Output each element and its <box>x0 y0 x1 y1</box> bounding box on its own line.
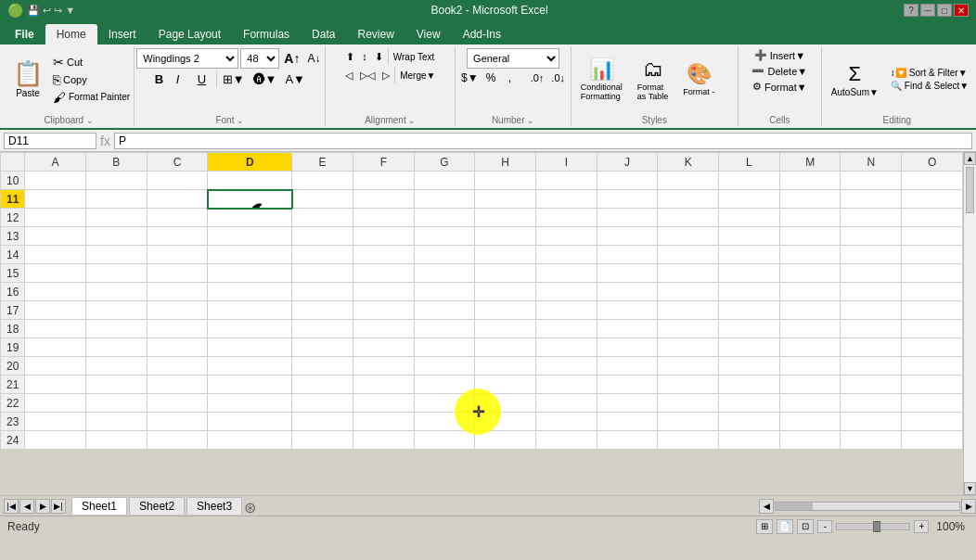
cell-L12[interactable] <box>719 209 780 227</box>
cell-J21[interactable] <box>597 375 658 394</box>
cell-C22[interactable] <box>147 394 208 413</box>
cell-L11[interactable] <box>719 190 780 209</box>
cell-M23[interactable] <box>779 413 841 431</box>
sheet-tab-sheet1[interactable]: Sheet1 <box>71 497 127 515</box>
cell-K21[interactable] <box>658 375 719 394</box>
cell-G14[interactable] <box>414 246 475 264</box>
tab-review[interactable]: Review <box>346 24 405 45</box>
cell-K18[interactable] <box>658 320 719 338</box>
minimize-button[interactable]: ─ <box>920 4 935 17</box>
col-header-k[interactable]: K <box>658 153 719 172</box>
col-header-n[interactable]: N <box>841 153 902 172</box>
cell-G18[interactable] <box>414 320 475 338</box>
cell-M24[interactable] <box>779 431 841 450</box>
cell-H11[interactable] <box>475 190 536 209</box>
cell-F13[interactable] <box>353 227 414 246</box>
cell-L20[interactable] <box>719 357 780 375</box>
format-painter-button[interactable]: 🖌Format Painter <box>50 89 133 106</box>
cell-F19[interactable] <box>353 338 414 357</box>
cell-M20[interactable] <box>779 357 841 375</box>
format-cells-button[interactable]: ⚙ Format▼ <box>750 80 810 94</box>
cell-M19[interactable] <box>779 338 841 357</box>
cell-O15[interactable] <box>902 264 963 283</box>
sheet-add-button[interactable]: ⊛ <box>244 499 259 514</box>
cell-E23[interactable] <box>292 413 353 431</box>
cell-O10[interactable] <box>902 172 963 190</box>
sheet-nav-last[interactable]: ▶| <box>51 499 66 514</box>
cell-E10[interactable] <box>292 172 353 190</box>
cell-D21[interactable] <box>208 375 292 394</box>
cell-M22[interactable] <box>779 394 841 413</box>
cell-A16[interactable] <box>25 283 86 301</box>
cell-D13[interactable] <box>208 227 292 246</box>
cell-F22[interactable] <box>353 394 414 413</box>
sheet-tab-sheet2[interactable]: Sheet2 <box>129 497 185 515</box>
col-header-m[interactable]: M <box>779 153 841 172</box>
shrink-font-button[interactable]: A↓ <box>304 51 323 66</box>
cell-D24[interactable] <box>208 431 292 450</box>
cell-M18[interactable] <box>779 320 841 338</box>
tab-formulas[interactable]: Formulas <box>232 24 301 45</box>
tab-addins[interactable]: Add-Ins <box>452 24 512 45</box>
close-button[interactable]: ✕ <box>954 4 969 17</box>
cell-L19[interactable] <box>719 338 780 357</box>
cell-I23[interactable] <box>536 413 597 431</box>
align-center-button[interactable]: ▷◁ <box>357 69 378 83</box>
cell-J16[interactable] <box>597 283 658 301</box>
cell-O19[interactable] <box>902 338 963 357</box>
cell-N22[interactable] <box>841 394 902 413</box>
cell-N21[interactable] <box>841 375 902 394</box>
cell-H17[interactable] <box>475 301 536 320</box>
cell-A17[interactable] <box>25 301 86 320</box>
cell-J12[interactable] <box>597 209 658 227</box>
cell-D20[interactable] <box>208 357 292 375</box>
cell-D10[interactable] <box>208 172 292 190</box>
cell-L18[interactable] <box>719 320 780 338</box>
col-header-a[interactable]: A <box>25 153 86 172</box>
cell-L15[interactable] <box>719 264 780 283</box>
cell-O20[interactable] <box>902 357 963 375</box>
cell-D12[interactable] <box>208 209 292 227</box>
cell-G12[interactable] <box>414 209 475 227</box>
cell-I14[interactable] <box>536 246 597 264</box>
cell-K12[interactable] <box>658 209 719 227</box>
cell-B21[interactable] <box>85 375 147 394</box>
cell-K19[interactable] <box>658 338 719 357</box>
cell-J23[interactable] <box>597 413 658 431</box>
cell-E14[interactable] <box>292 246 353 264</box>
scroll-thumb[interactable] <box>966 167 974 213</box>
cell-I24[interactable] <box>536 431 597 450</box>
cell-O24[interactable] <box>902 431 963 450</box>
conditional-formatting-button[interactable]: 📊 ConditionalFormatting <box>575 56 628 103</box>
cell-G15[interactable] <box>414 264 475 283</box>
cell-K14[interactable] <box>658 246 719 264</box>
cell-M21[interactable] <box>779 375 841 394</box>
page-break-preview-button[interactable]: ⊡ <box>797 519 814 534</box>
cell-J20[interactable] <box>597 357 658 375</box>
cell-A24[interactable] <box>25 431 86 450</box>
cell-K17[interactable] <box>658 301 719 320</box>
cell-C24[interactable] <box>147 431 208 450</box>
cell-C15[interactable] <box>147 264 208 283</box>
cell-C17[interactable] <box>147 301 208 320</box>
cut-button[interactable]: ✂Cut <box>50 54 133 70</box>
cell-B16[interactable] <box>85 283 147 301</box>
col-header-e[interactable]: E <box>292 153 353 172</box>
cell-N23[interactable] <box>841 413 902 431</box>
cell-D19[interactable] <box>208 338 292 357</box>
sheet-nav-first[interactable]: |◀ <box>4 499 19 514</box>
cell-O21[interactable] <box>902 375 963 394</box>
borders-button[interactable]: ⊞▼ <box>220 71 248 87</box>
cell-N11[interactable] <box>841 190 902 209</box>
align-bottom-button[interactable]: ⬇ <box>372 50 386 64</box>
cell-J22[interactable] <box>597 394 658 413</box>
cell-A19[interactable] <box>25 338 86 357</box>
tab-page-layout[interactable]: Page Layout <box>148 24 232 45</box>
cell-H18[interactable] <box>475 320 536 338</box>
number-format-select[interactable]: General Number Currency Accounting <box>467 48 559 69</box>
font-family-select[interactable]: Wingdings 2 Arial Calibri <box>136 48 238 69</box>
h-scroll-left[interactable]: ◀ <box>759 499 774 514</box>
cell-L24[interactable] <box>719 431 780 450</box>
cell-D18[interactable] <box>208 320 292 338</box>
h-scroll-thumb[interactable] <box>776 503 813 510</box>
